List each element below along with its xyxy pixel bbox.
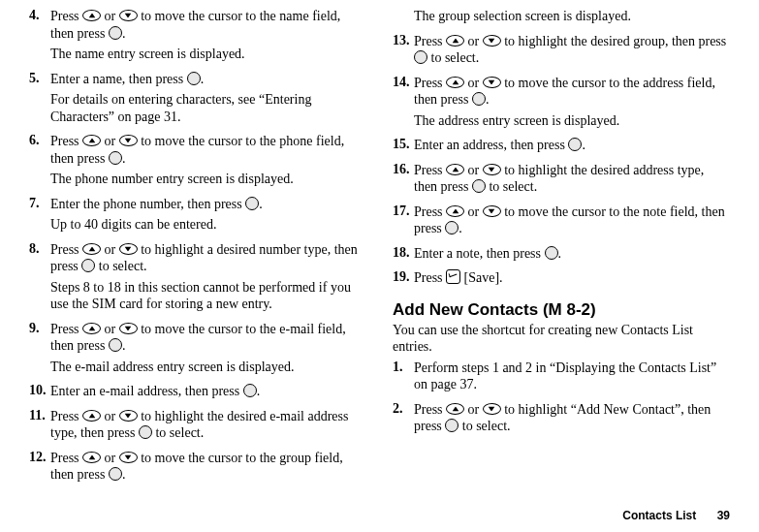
svg-marker-12 — [452, 38, 459, 43]
step: 6.Press or to move the cursor to the pho… — [29, 133, 364, 192]
step: 16.Press or to highlight the desired add… — [393, 162, 727, 200]
step-number: 11. — [29, 408, 50, 446]
step-text: Enter an address, then press . — [414, 137, 727, 154]
section-heading: Add New Contacts (M 8-2) — [393, 300, 727, 320]
ok-button-icon — [109, 26, 122, 40]
step-number: 17. — [393, 203, 414, 241]
svg-marker-3 — [125, 139, 132, 143]
step-body: Enter a note, then press . — [414, 245, 727, 266]
ok-button-icon — [243, 384, 257, 397]
step-body: Press or to highlight the desired e-mail… — [50, 408, 364, 446]
continuation: The group selection screen is displayed. — [393, 8, 727, 29]
svg-marker-7 — [125, 326, 132, 330]
svg-marker-6 — [88, 326, 95, 330]
step-text: Enter an e-mail address, then press . — [50, 383, 364, 400]
right-column: The group selection screen is displayed.… — [393, 8, 727, 491]
step-text: Enter a note, then press . — [414, 245, 727, 263]
step-body: Press or to move the cursor to the group… — [50, 450, 364, 487]
up-arrow-icon — [82, 10, 101, 21]
svg-marker-14 — [452, 79, 459, 84]
step-number: 14. — [393, 75, 414, 134]
up-arrow-icon — [82, 135, 101, 146]
step-body: Enter a name, then press .For details on… — [50, 71, 364, 130]
footer-section-title: Contacts List — [622, 509, 696, 522]
step-number: 6. — [29, 133, 50, 192]
up-arrow-icon — [82, 243, 101, 255]
down-arrow-icon — [483, 35, 501, 47]
ok-button-icon — [445, 221, 459, 235]
step: 19.Press [Save]. — [393, 269, 727, 291]
step-body: Press or to move the cursor to the addre… — [414, 75, 727, 134]
svg-marker-19 — [489, 208, 495, 213]
svg-marker-21 — [489, 406, 495, 411]
step: 2.Press or to highlight “Add New Contact… — [393, 401, 727, 439]
step-text: Press or to highlight the desired group,… — [414, 33, 727, 67]
step-body: Enter the phone number, then press .Up t… — [50, 196, 364, 237]
svg-marker-1 — [125, 14, 132, 18]
step: 9.Press or to move the cursor to the e-m… — [29, 321, 364, 380]
step: 4.Press or to move the cursor to the nam… — [29, 8, 364, 67]
ok-button-icon — [139, 425, 152, 439]
ok-button-icon — [109, 338, 122, 352]
step-text: The phone number entry screen is display… — [50, 171, 364, 188]
svg-marker-0 — [88, 14, 95, 18]
down-arrow-icon — [483, 77, 501, 88]
step-text: Press or to move the cursor to the group… — [50, 450, 364, 484]
left-column: 4.Press or to move the cursor to the nam… — [29, 8, 364, 491]
footer-page-number: 39 — [717, 509, 730, 522]
svg-marker-17 — [489, 167, 495, 172]
down-arrow-icon — [119, 410, 138, 422]
step-text: The name entry screen is displayed. — [50, 46, 364, 63]
step-number: 7. — [29, 196, 50, 237]
step-text: Steps 8 to 18 in this section cannot be … — [50, 279, 364, 313]
down-arrow-icon — [119, 135, 138, 146]
step-body: Press or to highlight the desired addres… — [414, 162, 727, 200]
step-number: 9. — [29, 321, 50, 380]
ok-button-icon — [414, 50, 427, 64]
down-arrow-icon — [483, 403, 501, 415]
step-text: Press [Save]. — [414, 269, 727, 287]
svg-marker-10 — [88, 454, 95, 459]
down-arrow-icon — [119, 10, 138, 21]
step-body: Enter an e-mail address, then press . — [50, 383, 364, 404]
step-text: Press or to highlight the desired e-mail… — [50, 408, 364, 442]
step: 18.Enter a note, then press . — [393, 245, 727, 266]
step-body: Perform steps 1 and 2 in “Displaying the… — [414, 360, 727, 397]
ok-button-icon — [109, 151, 122, 165]
svg-marker-8 — [88, 413, 95, 418]
step-number: 19. — [393, 269, 414, 291]
step-number: 4. — [29, 8, 50, 67]
up-arrow-icon — [82, 323, 101, 334]
step: 5.Enter a name, then press .For details … — [29, 71, 364, 130]
step-body: Press or to move the cursor to the note … — [414, 203, 727, 241]
step-number: 16. — [393, 162, 414, 200]
softkey-icon — [446, 269, 460, 284]
step-number: 2. — [393, 401, 414, 439]
step-number: 15. — [393, 137, 414, 158]
step-text: Press or to highlight the desired addres… — [414, 162, 727, 196]
step-number: 1. — [393, 360, 414, 397]
svg-marker-2 — [88, 139, 95, 143]
step-body: Press or to highlight a desired number t… — [50, 241, 364, 317]
ok-button-icon — [545, 246, 558, 260]
page: 4.Press or to move the cursor to the nam… — [0, 0, 759, 491]
page-footer: Contacts List 39 — [622, 509, 730, 522]
step-body: Press [Save]. — [414, 269, 727, 291]
up-arrow-icon — [446, 77, 464, 88]
step-text: Perform steps 1 and 2 in “Displaying the… — [414, 360, 727, 393]
step-body: Press or to move the cursor to the name … — [50, 8, 364, 67]
svg-marker-16 — [452, 167, 459, 172]
section-intro: You can use the shortcut for creating ne… — [393, 322, 727, 356]
down-arrow-icon — [119, 323, 138, 334]
ok-button-icon — [109, 467, 122, 481]
up-arrow-icon — [446, 205, 464, 217]
svg-marker-15 — [489, 79, 495, 84]
svg-marker-20 — [452, 406, 459, 411]
down-arrow-icon — [119, 452, 138, 463]
step: 10.Enter an e-mail address, then press . — [29, 383, 364, 404]
step-body: Press or to highlight the desired group,… — [414, 33, 727, 71]
ok-button-icon — [472, 92, 486, 106]
step-text: The e-mail address entry screen is displ… — [50, 359, 364, 376]
step: 13.Press or to highlight the desired gro… — [393, 33, 727, 71]
step: 15.Enter an address, then press . — [393, 137, 727, 158]
